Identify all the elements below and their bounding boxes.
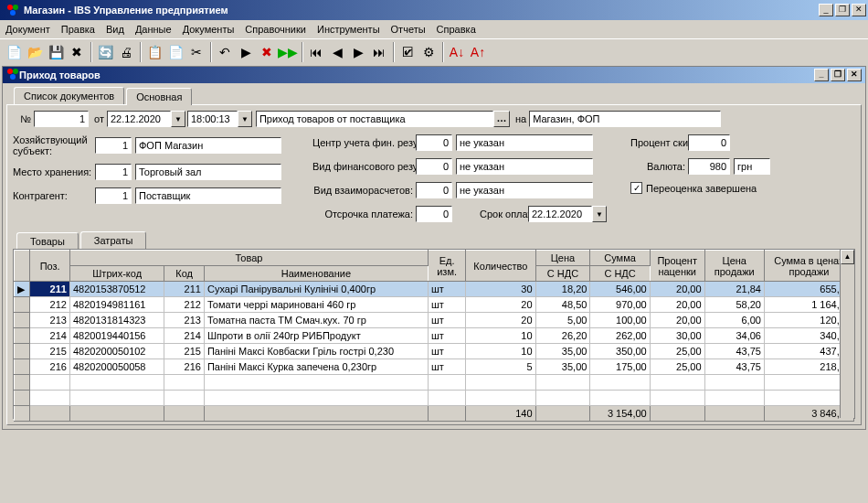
col-price[interactable]: Цена (535, 251, 590, 266)
sort-asc-icon[interactable]: A↓ (447, 42, 467, 62)
doc-date-field[interactable] (107, 111, 171, 127)
undo-icon[interactable]: ↶ (215, 42, 235, 62)
menu-reports[interactable]: Отчеты (391, 24, 426, 35)
doc-desc-field[interactable] (256, 111, 493, 127)
table-row[interactable]: 2134820131814323213Томатна паста ТМ Смач… (15, 313, 854, 328)
col-barcode[interactable]: Штрих-код (69, 266, 164, 282)
last-icon[interactable]: ⏭ (369, 42, 389, 62)
save-icon[interactable]: 💾 (46, 42, 66, 62)
doc-time-field[interactable] (187, 111, 238, 127)
col-pos[interactable]: Поз. (30, 251, 70, 282)
defer-field[interactable] (416, 206, 452, 222)
table-row[interactable]: ▶2114820153870512211Сухарі Панірувальні … (15, 282, 854, 297)
tab-doclist[interactable]: Список документов (14, 87, 124, 104)
first-icon[interactable]: ⏮ (306, 42, 326, 62)
copy-icon[interactable]: 📋 (144, 42, 164, 62)
counter-name-field[interactable] (135, 187, 281, 204)
close-button[interactable]: ✕ (852, 4, 866, 16)
inner-maximize-button[interactable]: ❐ (831, 69, 845, 81)
grid-scrollbar[interactable]: ▲ (840, 250, 854, 418)
row-header[interactable] (15, 328, 30, 344)
discount-field[interactable] (688, 134, 730, 151)
settle-name-field[interactable] (456, 182, 593, 198)
cancel-icon[interactable]: ✖ (257, 42, 277, 62)
type-no-field[interactable] (416, 158, 452, 175)
menu-document[interactable]: Документ (5, 24, 50, 35)
cell-price: 35,00 (535, 344, 590, 359)
table-row[interactable]: 2144820019440156214Шпроти в олії 240гр Р… (15, 328, 854, 344)
open-icon[interactable]: 📂 (25, 42, 45, 62)
col-unit[interactable]: Ед. изм. (428, 251, 465, 282)
cut-icon[interactable]: ✂ (186, 42, 206, 62)
redo-icon[interactable]: ▶ (236, 42, 256, 62)
menu-help[interactable]: Справка (437, 24, 476, 35)
menu-edit[interactable]: Правка (61, 24, 95, 35)
date-dropdown-icon[interactable]: ▼ (171, 111, 185, 127)
table-row[interactable]: 2164820200050058216Паніні Максі Курка за… (15, 359, 854, 375)
row-header[interactable] (15, 313, 30, 328)
tab-main[interactable]: Основная (126, 88, 192, 105)
menu-data[interactable]: Данные (135, 24, 172, 35)
row-header[interactable] (15, 359, 30, 375)
doc-no-field[interactable] (34, 111, 89, 127)
print-icon[interactable]: 🖨 (116, 42, 136, 62)
subject-name-field[interactable] (135, 137, 281, 154)
currency-code-field[interactable] (688, 158, 730, 175)
new-icon[interactable]: 📄 (4, 42, 24, 62)
col-qty[interactable]: Количество (466, 251, 535, 282)
tab-goods[interactable]: Товары (16, 232, 79, 250)
desc-lookup-button[interactable]: … (493, 111, 510, 127)
col-name[interactable]: Наименование (204, 266, 428, 282)
inner-close-button[interactable]: ✕ (847, 69, 862, 81)
fin-no-field[interactable] (416, 134, 452, 151)
cell-name: Паніні Максі Ковбаски Гріль гострі 0,230 (204, 344, 428, 359)
menu-view[interactable]: Вид (106, 24, 124, 35)
reval-checkbox[interactable]: ✓ (630, 182, 642, 194)
next-icon[interactable]: ▶ (348, 42, 368, 62)
col-code[interactable]: Код (164, 266, 205, 282)
commit-icon[interactable]: 🗹 (397, 42, 418, 62)
currency-name-field[interactable] (734, 158, 770, 175)
paydate-field[interactable] (528, 206, 592, 222)
paydate-dropdown-icon[interactable]: ▼ (592, 206, 607, 222)
paste-icon[interactable]: 📄 (165, 42, 185, 62)
col-saleprice[interactable]: Цена продажи (704, 251, 764, 282)
tool-icon[interactable]: ⚙ (418, 42, 439, 62)
sort-desc-icon[interactable]: A↑ (468, 42, 488, 62)
fin-name-field[interactable] (456, 134, 593, 151)
minimize-button[interactable]: _ (819, 4, 833, 16)
inner-minimize-button[interactable]: _ (814, 69, 829, 81)
total-qty: 140 (466, 406, 535, 422)
apply-icon[interactable]: ▶▶ (278, 42, 298, 62)
prev-icon[interactable]: ◀ (327, 42, 347, 62)
table-row-empty (15, 375, 854, 391)
maximize-button[interactable]: ❐ (835, 4, 850, 16)
settle-no-field[interactable] (416, 182, 452, 198)
cell-qty: 20 (466, 313, 535, 328)
menu-refs[interactable]: Справочники (245, 24, 306, 35)
store-field[interactable] (529, 111, 721, 127)
table-row[interactable]: 2124820194981161212Томати черрі маринова… (15, 297, 854, 313)
col-withvat1[interactable]: С НДС (535, 266, 590, 282)
row-header[interactable]: ▶ (15, 282, 30, 297)
col-withvat2[interactable]: С НДС (590, 266, 650, 282)
menu-tools[interactable]: Инструменты (317, 24, 380, 35)
menu-documents[interactable]: Документы (183, 24, 235, 35)
col-markup[interactable]: Процент наценки (650, 251, 704, 282)
counter-no-field[interactable] (95, 187, 132, 204)
row-header[interactable] (15, 297, 30, 313)
place-name-field[interactable] (135, 164, 281, 180)
col-tovar[interactable]: Товар (69, 251, 428, 266)
time-dropdown-icon[interactable]: ▼ (238, 111, 252, 127)
type-name-field[interactable] (456, 158, 593, 175)
toolbar: 📄 📂 💾 ✖ 🔄 🖨 📋 📄 ✂ ↶ ▶ ✖ ▶▶ ⏮ ◀ ▶ ⏭ 🗹 ⚙ A… (0, 38, 868, 64)
place-no-field[interactable] (95, 164, 132, 180)
row-header[interactable] (15, 344, 30, 359)
refresh-icon[interactable]: 🔄 (95, 42, 115, 62)
subject-no-field[interactable] (95, 137, 132, 154)
delete-icon[interactable]: ✖ (67, 42, 87, 62)
tab-costs[interactable]: Затраты (80, 231, 147, 249)
table-row[interactable]: 2154820200050102215Паніні Максі Ковбаски… (15, 344, 854, 359)
scroll-up-icon[interactable]: ▲ (841, 250, 854, 264)
col-sum[interactable]: Сумма (590, 251, 650, 266)
